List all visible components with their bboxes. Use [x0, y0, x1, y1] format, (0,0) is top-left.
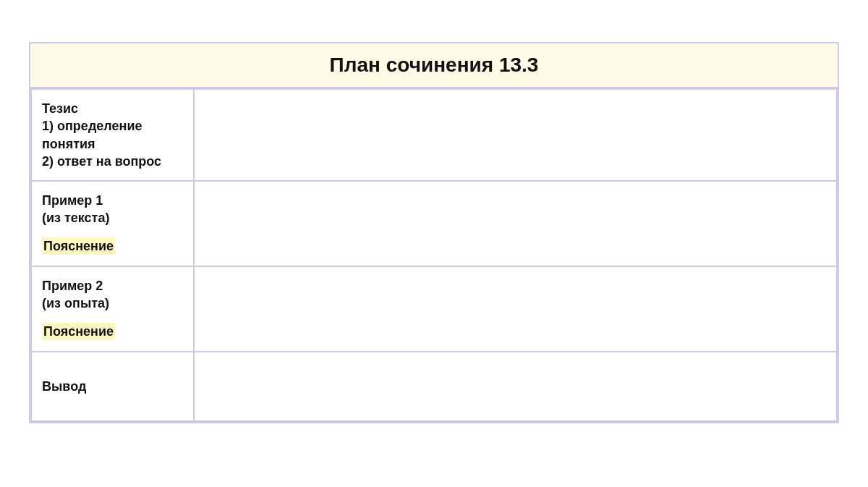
example1-content-cell [194, 181, 837, 266]
example2-explanation-label: Пояснение [42, 323, 115, 340]
conclusion-label-cell: Вывод [31, 352, 194, 421]
example1-sub: (из текста) [42, 209, 183, 226]
thesis-content-cell [194, 89, 837, 181]
example2-content-cell [194, 266, 837, 352]
thesis-line1: 1) определение понятия [42, 117, 183, 153]
conclusion-content-cell [194, 352, 837, 421]
example2-label-cell: Пример 2 (из опыта) Пояснение [31, 266, 194, 352]
row-example2: Пример 2 (из опыта) Пояснение [31, 266, 837, 352]
example1-label-cell: Пример 1 (из текста) Пояснение [31, 181, 194, 266]
thesis-heading: Тезис [42, 100, 183, 117]
conclusion-heading: Вывод [42, 378, 183, 395]
row-example1: Пример 1 (из текста) Пояснение [31, 181, 837, 266]
example1-heading: Пример 1 [42, 192, 183, 209]
plan-table: Тезис 1) определение понятия 2) ответ на… [30, 88, 838, 422]
thesis-label-cell: Тезис 1) определение понятия 2) ответ на… [31, 89, 194, 181]
example2-heading: Пример 2 [42, 277, 183, 295]
thesis-line2: 2) ответ на вопрос [42, 153, 183, 170]
row-thesis: Тезис 1) определение понятия 2) ответ на… [31, 89, 837, 181]
example2-sub: (из опыта) [42, 295, 183, 312]
row-conclusion: Вывод [31, 352, 837, 421]
essay-plan-container: План сочинения 13.3 Тезис 1) определение… [29, 42, 839, 423]
plan-title: План сочинения 13.3 [30, 43, 838, 88]
example1-explanation-label: Пояснение [42, 237, 115, 255]
